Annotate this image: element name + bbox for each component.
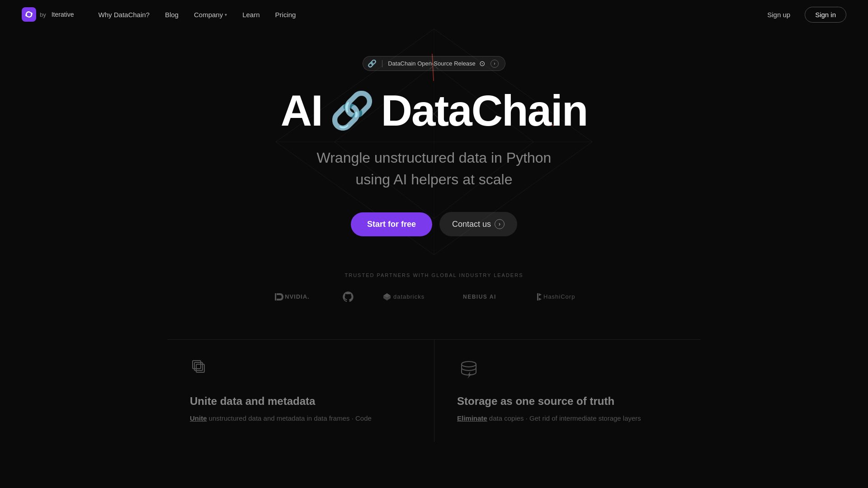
feature-unite-title: Unite data and metadata [190, 395, 411, 408]
feature-unite-data: Unite data and metadata Unite unstructur… [167, 339, 434, 442]
feature-unite-desc-strong: Unite [190, 414, 207, 422]
partners-section: TRUSTED PARTNERS WITH GLOBAL INDUSTRY LE… [0, 272, 868, 330]
nav-links: Why DataChain? Blog Company ▾ Learn Pric… [92, 7, 760, 22]
svg-text:databricks: databricks [393, 293, 425, 300]
svg-point-1 [25, 14, 27, 16]
features-section: Unite data and metadata Unite unstructur… [0, 330, 868, 442]
svg-text:NVIDIA.: NVIDIA. [285, 293, 310, 300]
nav-actions: Sign up Sign in [760, 7, 846, 23]
hero-title: AI 🔗 DataChain [281, 89, 588, 132]
navbar: by Iterative Why DataChain? Blog Company… [0, 0, 868, 29]
company-chevron-icon: ▾ [225, 12, 227, 17]
svg-text:NEBIUS AI: NEBIUS AI [463, 294, 496, 300]
partners-label: TRUSTED PARTNERS WITH GLOBAL INDUSTRY LE… [0, 272, 868, 278]
nav-link-why[interactable]: Why DataChain? [92, 7, 156, 22]
hero-title-brand: DataChain [381, 89, 588, 132]
hero-chain-icon: 🔗 [330, 93, 374, 129]
partner-hashicorp: HashiCorp [535, 291, 594, 302]
nav-by-label: by [40, 11, 46, 18]
nav-brand-name: Iterative [52, 11, 74, 18]
partner-nebius: NEBIUS AI [463, 291, 508, 302]
badge-logo-icon: 🔗 [368, 59, 377, 68]
svg-rect-0 [22, 7, 36, 22]
contact-circle-icon: › [495, 219, 505, 229]
hero-subtitle: Wrangle unstructured data in Python usin… [317, 147, 552, 190]
nav-link-learn[interactable]: Learn [236, 7, 266, 22]
partner-github [342, 291, 354, 303]
feature-storage-title: Storage as one source of truth [457, 395, 678, 408]
nav-link-company[interactable]: Company ▾ [188, 7, 233, 22]
feature-unite-desc-rest: unstructured data and metadata in data f… [209, 414, 372, 422]
nav-link-pricing[interactable]: Pricing [269, 7, 302, 22]
svg-point-2 [31, 13, 33, 15]
hero-buttons: Start for free Contact us › [351, 212, 517, 236]
hero-section: 🔗 DataChain Open-Source Release ⊙ › AI 🔗… [0, 29, 868, 272]
nav-logo[interactable]: by Iterative [22, 7, 74, 22]
announcement-badge[interactable]: 🔗 DataChain Open-Source Release ⊙ › [363, 56, 505, 71]
unite-data-icon [190, 358, 411, 386]
badge-github-icon: ⊙ [479, 59, 485, 68]
badge-text: DataChain Open-Source Release [388, 60, 476, 67]
svg-text:HashiCorp: HashiCorp [543, 293, 575, 300]
start-for-free-button[interactable]: Start for free [351, 212, 432, 236]
contact-us-button[interactable]: Contact us › [439, 212, 517, 236]
feature-unite-desc: Unite unstructured data and metadata in … [190, 413, 411, 424]
feature-storage-truth: Storage as one source of truth Eliminate… [434, 339, 701, 442]
feature-storage-desc-rest: data copies · Get rid of intermediate st… [489, 414, 641, 422]
svg-rect-27 [194, 362, 203, 371]
partner-databricks: databricks [382, 291, 436, 302]
feature-storage-desc: Eliminate data copies · Get rid of inter… [457, 413, 678, 424]
signin-button[interactable]: Sign in [805, 7, 846, 23]
badge-chevron-icon: › [491, 60, 499, 68]
storage-truth-icon [457, 358, 678, 386]
signup-button[interactable]: Sign up [760, 7, 797, 22]
feature-storage-desc-strong: Eliminate [457, 414, 487, 422]
hero-title-ai: AI [281, 89, 322, 132]
svg-point-29 [462, 361, 476, 367]
badge-divider [382, 60, 382, 67]
partners-logos: NVIDIA. databricks NEBIUS AI [0, 291, 868, 303]
partner-nvidia: NVIDIA. [274, 291, 315, 302]
nav-link-blog[interactable]: Blog [159, 7, 185, 22]
